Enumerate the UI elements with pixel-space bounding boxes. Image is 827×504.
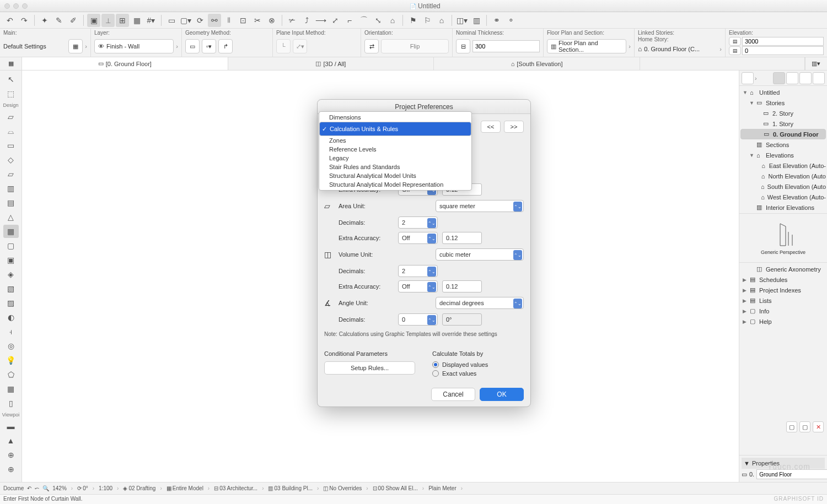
- elev-bot-input[interactable]: [742, 46, 824, 55]
- nav-tab-project[interactable]: [773, 72, 785, 84]
- tree-south[interactable]: ⌂South Elevation (Auto: [740, 181, 826, 192]
- tree-story-1[interactable]: ▭1. Story: [740, 118, 826, 129]
- tree-interior[interactable]: ▥Interior Elevations: [740, 202, 826, 213]
- angle-unit-select[interactable]: decimal degrees⌃⌄: [436, 297, 524, 309]
- morph2-tool[interactable]: ▦: [3, 382, 19, 395]
- inject-icon[interactable]: ✎: [52, 14, 66, 27]
- nav-tab-publisher[interactable]: [813, 72, 825, 84]
- angle-dec-select[interactable]: 0⌃⌄: [398, 313, 438, 326]
- preferences-dropdown[interactable]: Dimensions Calculation Units & Rules Zon…: [319, 111, 472, 191]
- tree-north[interactable]: ⌂North Elevation (Auto: [740, 171, 826, 181]
- nav-tab-view[interactable]: [786, 72, 798, 84]
- stair-tool[interactable]: ▤: [3, 196, 19, 209]
- dialog-next-button[interactable]: >>: [504, 121, 524, 133]
- tab-3d[interactable]: ◫ [3D / All]: [228, 57, 434, 70]
- undo-icon[interactable]: ↶: [3, 14, 17, 27]
- thumb-persp[interactable]: Generic Perspective: [761, 221, 805, 255]
- morph-tool[interactable]: ◐: [3, 311, 19, 324]
- geom2-icon[interactable]: ▫▾: [202, 39, 216, 53]
- flag-icon[interactable]: ⚑: [406, 14, 420, 27]
- layer-select[interactable]: 👁 Finish - Wall: [94, 39, 174, 53]
- vol-ea-select[interactable]: Off⌃⌄: [398, 280, 438, 292]
- settings-view-icon[interactable]: ▢: [799, 421, 810, 432]
- measure-icon[interactable]: ✐: [67, 14, 80, 27]
- opt-zones[interactable]: Zones: [319, 136, 471, 145]
- trim-icon[interactable]: ✃: [286, 14, 299, 27]
- door-tool[interactable]: ⌓: [3, 124, 19, 138]
- close-dot[interactable]: [4, 3, 10, 9]
- opt-sam-rep[interactable]: Structural Analytical Model Representati…: [319, 180, 471, 189]
- section-tool[interactable]: ▬: [3, 420, 19, 433]
- tab-south-elevation[interactable]: ⌂ [South Elevation]: [434, 57, 640, 70]
- radio-displayed[interactable]: Displayed values: [432, 361, 524, 368]
- tree-schedules[interactable]: ▶▤Schedules: [740, 274, 826, 285]
- distribute-icon[interactable]: ⊡: [237, 14, 250, 27]
- column-tool[interactable]: ◇: [3, 153, 19, 166]
- opt-dimensions[interactable]: Dimensions: [319, 113, 471, 122]
- mesh-tool[interactable]: ▨: [3, 296, 19, 310]
- railing-tool[interactable]: ⫞: [3, 325, 19, 338]
- fps-select[interactable]: ▥ Floor Plan and Section...: [547, 39, 626, 53]
- sb-layer[interactable]: ◈ 02 Drafting: [123, 485, 155, 491]
- sb-show[interactable]: ⊡ 00 Show All El...: [373, 485, 418, 491]
- tree-story-2[interactable]: ▭2. Story: [740, 108, 826, 118]
- zone-tool[interactable]: ▧: [3, 282, 19, 295]
- cancel-button[interactable]: Cancel: [431, 388, 475, 401]
- arrow-tool[interactable]: ↖: [3, 73, 19, 86]
- adjust-icon[interactable]: ⤴: [300, 14, 313, 27]
- tab-menu-icon[interactable]: ▥▾: [805, 57, 827, 70]
- tree-indexes[interactable]: ▶▤Project Indexes: [740, 285, 826, 295]
- radio-exact[interactable]: Exact values: [432, 370, 524, 377]
- tree-info[interactable]: ▶▢Info: [740, 306, 826, 316]
- offset-icon[interactable]: ⤢: [329, 14, 342, 27]
- sb-scale[interactable]: 1:100: [99, 485, 112, 491]
- navigator-tree[interactable]: ▼⌂Untitled ▼▭Stories ▭2. Story ▭1. Story…: [739, 86, 827, 213]
- tree-sections[interactable]: ▥Sections: [740, 139, 826, 150]
- tree-west[interactable]: ⌂West Elevation (Auto-: [740, 192, 826, 202]
- opening2-tool[interactable]: ▯: [3, 397, 19, 410]
- elevation-tool[interactable]: ▲: [3, 434, 19, 447]
- max-dot[interactable]: [22, 3, 28, 9]
- geom1-icon[interactable]: ▭: [185, 39, 200, 53]
- intersect-icon[interactable]: ⊗: [265, 14, 278, 27]
- sb-bldg[interactable]: ▥ 03 Building Pl...: [268, 485, 313, 491]
- redo-icon[interactable]: ↷: [18, 14, 31, 27]
- area-dec-select[interactable]: 2⌃⌄: [398, 216, 438, 229]
- orient-icon[interactable]: ⇄: [364, 39, 379, 53]
- ok-button[interactable]: OK: [480, 388, 524, 401]
- flag2-icon[interactable]: ⚐: [421, 14, 434, 27]
- min-dot[interactable]: [13, 3, 19, 9]
- tab-grid-icon[interactable]: ▦: [0, 57, 22, 70]
- skylight-tool[interactable]: ▣: [3, 253, 19, 267]
- view3d-icon[interactable]: ◫▾: [455, 14, 469, 27]
- nav-tab-layout[interactable]: [799, 72, 812, 84]
- house-icon[interactable]: ⌂: [435, 14, 448, 27]
- link-icon[interactable]: ⚭: [490, 14, 503, 27]
- corner-icon[interactable]: ⌐: [343, 14, 356, 27]
- tree-east[interactable]: ⌂East Elevation (Auto-: [740, 160, 826, 171]
- opt-stair[interactable]: Stair Rules and Standards: [319, 162, 471, 171]
- thickness-input[interactable]: [472, 40, 540, 52]
- sb-over[interactable]: ◫ No Overrides: [323, 485, 362, 491]
- sb-dim[interactable]: Plain Meter: [428, 485, 457, 491]
- cube-icon[interactable]: ▢▾: [179, 14, 192, 27]
- camera-tool[interactable]: ⊕: [3, 463, 19, 476]
- slab-tool[interactable]: ▥: [3, 182, 19, 195]
- vol-ea-val[interactable]: 0.12: [442, 280, 482, 292]
- lamp-tool[interactable]: 💡: [3, 354, 19, 367]
- geom3-icon[interactable]: ↱: [218, 39, 233, 53]
- plane2-icon[interactable]: ⤢▾: [293, 39, 307, 53]
- sb-docume[interactable]: Docume: [3, 485, 24, 491]
- area-ea-val[interactable]: 0.12: [442, 232, 482, 244]
- vol-unit-select[interactable]: cubic meter⌃⌄: [436, 248, 524, 261]
- opt-legacy[interactable]: Legacy: [319, 154, 471, 162]
- default-settings[interactable]: Default Settings: [3, 43, 66, 50]
- tab-ground-floor[interactable]: ▭ [0. Ground Floor]: [22, 57, 228, 70]
- fillet-icon[interactable]: ⌒: [357, 14, 370, 27]
- home-story[interactable]: 0. Ground Floor (C...: [644, 46, 717, 52]
- setup-rules-button[interactable]: Setup Rules...: [324, 361, 415, 375]
- snap3-icon[interactable]: ⊞: [116, 14, 129, 27]
- delete-view-icon[interactable]: ✕: [813, 421, 824, 432]
- opt-reflev[interactable]: Reference Levels: [319, 145, 471, 154]
- thickness-icon[interactable]: ⊟: [456, 39, 470, 53]
